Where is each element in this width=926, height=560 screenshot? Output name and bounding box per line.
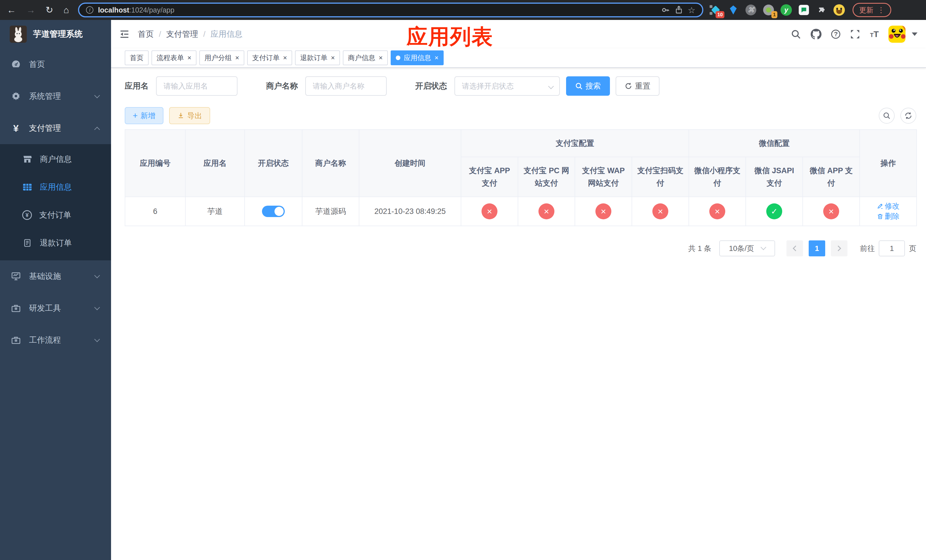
add-button[interactable]: 新增 <box>125 107 163 124</box>
chrome-menu-icon[interactable] <box>877 6 885 15</box>
edit-link[interactable]: 修改 <box>877 201 900 211</box>
tab-pay-orders[interactable]: 支付订单× <box>247 50 292 65</box>
extension-command-icon[interactable] <box>744 3 757 17</box>
page-size-select[interactable]: 10条/页 <box>719 241 775 256</box>
extension-diamond-icon[interactable]: 10 <box>709 3 722 17</box>
coin-yen-icon <box>22 210 32 220</box>
sidebar-item-merchant-info[interactable]: 商户信息 <box>0 145 111 173</box>
sidebar-item-home[interactable]: 首页 <box>0 48 111 80</box>
tab-refund-orders[interactable]: 退款订单× <box>295 50 340 65</box>
status-label: 开启状态 <box>415 80 447 91</box>
col-header-wechat-jsapi: 微信 JSAPI 支付 <box>746 157 803 197</box>
extensions-puzzle-icon[interactable] <box>815 3 828 17</box>
tab-app-info[interactable]: 应用信息× <box>391 50 443 65</box>
header-search-icon[interactable] <box>791 29 801 39</box>
goto-unit-label: 页 <box>909 244 916 254</box>
github-icon[interactable] <box>811 29 822 39</box>
fullscreen-icon[interactable] <box>850 29 860 39</box>
apps-table: 应用编号 应用名 开启状态 商户名称 创建时间 支付宝配置 微信配置 操作 支付… <box>125 129 917 226</box>
tab-label: 首页 <box>130 53 144 62</box>
tab-user-group[interactable]: 用户分组× <box>199 50 244 65</box>
dashboard-icon <box>11 59 21 70</box>
breadcrumb-payment[interactable]: 支付管理 <box>166 29 198 39</box>
close-icon[interactable]: × <box>188 54 191 61</box>
status-wechat-jsapi-icon <box>766 203 782 219</box>
browser-reload-icon[interactable]: ↻ <box>45 5 53 15</box>
tab-home[interactable]: 首页 <box>125 50 149 65</box>
sidebar-item-workflow[interactable]: 工作流程 <box>0 324 111 356</box>
status-alipay-app-icon <box>481 203 498 219</box>
browser-home-icon[interactable]: ⌂ <box>64 5 69 15</box>
annotation-title: 应用列表 <box>407 23 493 51</box>
font-size-icon[interactable] <box>870 29 879 39</box>
sidebar-item-refund-orders[interactable]: 退款订单 <box>0 229 111 257</box>
page-number-button[interactable]: 1 <box>809 241 825 256</box>
status-select-placeholder: 请选择开启状态 <box>462 81 514 91</box>
status-toggle[interactable] <box>262 206 285 217</box>
close-icon[interactable]: × <box>434 54 439 61</box>
col-group-wechat: 微信配置 <box>689 130 859 157</box>
share-icon[interactable] <box>675 5 683 15</box>
breadcrumb: 首页 / 支付管理 / 应用信息 <box>138 29 243 39</box>
close-icon[interactable]: × <box>283 54 287 61</box>
close-icon[interactable]: × <box>331 54 335 61</box>
tab-label: 退款订单 <box>300 53 327 62</box>
logo-rabbit-icon <box>10 26 27 43</box>
browser-forward-icon[interactable]: → <box>26 5 35 15</box>
chevron-down-icon <box>761 244 766 250</box>
col-header-wechat-app: 微信 APP 支付 <box>803 157 859 197</box>
show-search-toggle-icon[interactable] <box>879 107 895 124</box>
user-avatar[interactable] <box>888 26 905 43</box>
extension-recorder-icon[interactable]: 1 <box>762 3 775 17</box>
sidebar-item-payment[interactable]: ¥ 支付管理 <box>0 112 111 144</box>
tab-label: 应用信息 <box>404 53 431 62</box>
sidebar-item-pay-orders[interactable]: 支付订单 <box>0 201 111 229</box>
cell-created: 2021-10-23 08:49:25 <box>359 197 461 226</box>
tab-process-form[interactable]: 流程表单× <box>151 50 197 65</box>
profile-avatar-icon[interactable] <box>832 3 846 17</box>
gear-icon <box>11 91 21 101</box>
sidebar-item-system[interactable]: 系统管理 <box>0 80 111 112</box>
sidebar-item-label: 支付管理 <box>29 123 61 133</box>
site-info-icon[interactable] <box>86 6 94 14</box>
sidebar-item-dev-tools[interactable]: 研发工具 <box>0 292 111 324</box>
delete-link[interactable]: 删除 <box>877 211 900 221</box>
col-header-alipay-pc: 支付宝 PC 网站支付 <box>518 157 575 197</box>
tab-merchant-info[interactable]: 商户信息× <box>343 50 388 65</box>
help-icon[interactable] <box>831 30 840 39</box>
yen-icon: ¥ <box>11 123 21 133</box>
chrome-update-button[interactable]: 更新 <box>853 3 891 17</box>
sidebar-fold-icon[interactable] <box>120 29 129 39</box>
monitor-chart-icon <box>11 271 21 282</box>
extension-chat-icon[interactable] <box>797 3 810 17</box>
extension-kite-icon[interactable] <box>727 3 740 17</box>
breadcrumb-home[interactable]: 首页 <box>138 29 154 39</box>
tab-label: 流程表单 <box>157 53 184 62</box>
app-name-input[interactable] <box>156 76 238 96</box>
grid-icon <box>22 182 32 192</box>
sidebar-item-infrastructure[interactable]: 基础设施 <box>0 260 111 292</box>
password-key-icon[interactable] <box>661 5 670 15</box>
reset-button[interactable]: 重置 <box>616 76 660 96</box>
extension-y-icon[interactable] <box>780 3 793 17</box>
merchant-name-input[interactable] <box>305 76 387 96</box>
app-logo[interactable]: 芋道管理系统 <box>0 20 111 48</box>
merchant-name-label: 商户名称 <box>266 80 298 91</box>
close-icon[interactable]: × <box>379 54 383 61</box>
status-select[interactable]: 请选择开启状态 <box>454 76 560 96</box>
export-button[interactable]: 导出 <box>169 107 210 124</box>
search-button[interactable]: 搜索 <box>566 76 610 96</box>
browser-back-icon[interactable]: ← <box>7 5 16 15</box>
refresh-table-icon[interactable] <box>900 107 916 124</box>
prev-page-button[interactable] <box>787 241 803 256</box>
bookmark-star-icon[interactable]: ☆ <box>688 5 695 15</box>
document-icon <box>22 238 32 248</box>
col-header-alipay-app: 支付宝 APP 支付 <box>461 157 518 197</box>
col-header-app-name: 应用名 <box>185 130 245 197</box>
avatar-caret-icon[interactable] <box>912 32 917 36</box>
next-page-button[interactable] <box>831 241 847 256</box>
address-bar[interactable]: localhost:1024/pay/app ☆ <box>78 3 703 17</box>
close-icon[interactable]: × <box>235 54 239 61</box>
goto-page-input[interactable] <box>879 241 905 256</box>
sidebar-item-app-info[interactable]: 应用信息 <box>0 173 111 201</box>
